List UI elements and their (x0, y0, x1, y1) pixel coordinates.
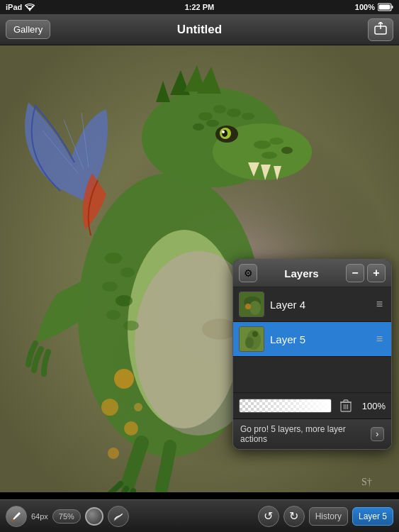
svg-point-0 (29, 10, 30, 11)
layer-4-menu-icon[interactable]: ≡ (373, 297, 386, 312)
layers-button-group: − + (346, 264, 386, 282)
undo-icon: ↺ (264, 509, 273, 523)
layers-title: Layers (284, 267, 318, 279)
color-swatch[interactable] (85, 507, 103, 526)
svg-point-41 (242, 113, 254, 120)
svg-text:S†: S† (361, 477, 372, 487)
layer-4-thumbnail (239, 292, 264, 317)
redo-icon: ↻ (289, 509, 298, 523)
undo-button[interactable]: ↺ (258, 506, 279, 527)
svg-point-43 (206, 120, 219, 127)
brush-size-label: 64px (31, 512, 48, 521)
brush-icon (11, 511, 22, 522)
svg-point-29 (102, 282, 118, 292)
go-pro-text: Go pro! 5 layers, more layer actions (240, 424, 371, 444)
smudge-tool-button[interactable] (108, 506, 129, 527)
layer-5-name: Layer 5 (270, 333, 368, 345)
brush-opacity-indicator[interactable]: 75% (52, 509, 81, 523)
svg-point-45 (269, 138, 283, 145)
svg-point-32 (123, 321, 139, 331)
battery-icon (378, 3, 393, 11)
svg-point-35 (124, 421, 138, 436)
nav-title: Untitled (177, 23, 222, 37)
status-left: iPad (6, 3, 35, 11)
share-icon (374, 22, 387, 35)
svg-point-64 (11, 519, 14, 521)
status-bar: iPad 1:22 PM 100% (0, 0, 399, 14)
status-right: 100% (355, 3, 393, 11)
svg-point-36 (108, 448, 119, 459)
svg-point-39 (213, 105, 226, 113)
svg-point-46 (262, 152, 277, 159)
battery-label: 100% (355, 3, 375, 11)
opacity-slider[interactable] (239, 399, 332, 413)
trash-icon (340, 399, 352, 412)
canvas-area[interactable]: S† ⚙ Layers − + (0, 45, 399, 492)
bottom-toolbar: 64px 75% ↺ ↻ History Layer 5 (0, 499, 399, 532)
go-pro-row[interactable]: Go pro! 5 layers, more layer actions › (233, 419, 391, 449)
layers-settings-button[interactable]: ⚙ (239, 264, 257, 282)
layer-4-name: Layer 4 (270, 299, 368, 311)
nav-bar: Gallery Untitled (0, 14, 399, 45)
layer-5-menu-icon[interactable]: ≡ (373, 331, 386, 347)
opacity-row: 100% (233, 392, 391, 419)
svg-point-56 (245, 337, 254, 348)
svg-rect-2 (392, 6, 393, 9)
svg-point-42 (193, 123, 204, 131)
brush-opacity-value: 75% (59, 512, 74, 521)
svg-point-34 (101, 399, 118, 416)
carrier-label: iPad (6, 3, 22, 11)
layers-header: ⚙ Layers − + (233, 260, 391, 287)
svg-point-40 (227, 109, 241, 117)
svg-point-33 (114, 369, 134, 389)
gallery-button[interactable]: Gallery (6, 20, 50, 39)
history-label: History (315, 511, 342, 521)
status-time: 1:22 PM (185, 3, 215, 11)
svg-point-57 (252, 331, 258, 337)
current-layer-indicator[interactable]: Layer 5 (352, 507, 393, 526)
svg-point-23 (281, 147, 293, 154)
delete-layer-button[interactable] (337, 397, 354, 414)
layer-item-4[interactable]: Layer 4 ≡ (233, 287, 391, 322)
svg-point-30 (116, 295, 133, 306)
svg-point-53 (245, 304, 251, 309)
smudge-icon (113, 511, 124, 522)
layer-item-5[interactable]: Layer 5 ≡ (233, 322, 391, 357)
history-button[interactable]: History (309, 507, 348, 526)
wifi-icon (25, 3, 35, 11)
layers-panel: ⚙ Layers − + Layer 4 ≡ (232, 259, 392, 450)
svg-point-37 (134, 403, 142, 411)
layers-empty-area (233, 357, 391, 392)
svg-point-52 (249, 301, 261, 315)
layers-list: Layer 4 ≡ Layer 5 ≡ (233, 287, 391, 392)
current-layer-label: Layer 5 (359, 511, 387, 521)
layer-5-thumbnail (239, 326, 264, 352)
svg-point-38 (198, 112, 213, 121)
svg-point-31 (106, 310, 120, 320)
svg-point-44 (254, 140, 271, 149)
redo-button[interactable]: ↻ (283, 506, 305, 527)
svg-point-27 (105, 253, 122, 264)
layers-remove-button[interactable]: − (346, 264, 364, 282)
go-pro-arrow-button[interactable]: › (371, 427, 384, 441)
svg-point-28 (120, 267, 135, 277)
layers-add-button[interactable]: + (367, 264, 386, 282)
brush-tool-button[interactable] (6, 506, 27, 527)
svg-rect-60 (344, 400, 348, 402)
svg-rect-3 (379, 5, 390, 10)
share-button[interactable] (368, 18, 393, 41)
opacity-value: 100% (360, 401, 386, 411)
svg-point-19 (222, 131, 225, 133)
